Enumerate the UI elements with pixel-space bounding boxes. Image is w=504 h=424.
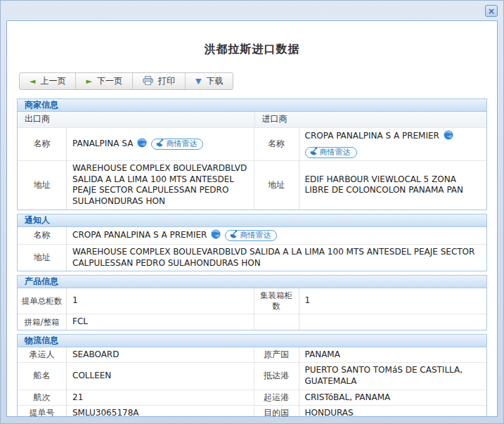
notify-address-label: 地址 [18,245,67,271]
notify-name-label: 名称 [18,227,67,245]
dialog-titlebar: × [1,1,503,20]
row-value: FCL [67,314,254,330]
business-radar-badge[interactable]: 商情雷达 [151,139,203,150]
arrow-right-icon: ► [86,77,91,85]
row-label [254,314,299,330]
section-logistics-info: 物流信息 承运人 SEABOARD 原产国 PANAMA 船名 COLLEEN … [17,334,487,417]
business-radar-badge[interactable]: 商情雷达 [225,230,277,241]
globe-icon[interactable] [211,229,221,243]
printer-icon [143,76,153,87]
row-label: 提单号 [18,406,67,417]
print-label: 打印 [158,75,175,87]
business-radar-badge[interactable]: 商情雷达 [305,147,357,158]
arrow-left-icon: ◄ [30,77,35,85]
arrow-down-icon: ▼ [195,77,201,85]
table-row: 地址 WAREHOUSE COMPLEX BOULEVARDBLVD SALID… [18,161,486,209]
importer-name: CROPA PANALPINA S A PREMIER [305,131,439,142]
importer-header: 进口商 [254,112,487,128]
row-label: 航次 [18,390,67,406]
prev-page-label: 上一页 [40,75,65,87]
exporter-header: 出口商 [18,112,254,128]
section-title: 通知人 [18,214,486,227]
badge-label: 商情雷达 [240,231,271,240]
next-page-label: 下一页 [97,75,122,87]
notify-address: WAREHOUSE COMPLEX BOULEVARDBLVD SALIDA A… [67,245,486,271]
import-data-dialog: × 洪都拉斯进口数据 ◄ 上一页 ► 下一页 [0,0,504,424]
row-label: 集装箱柜数 [254,288,299,314]
globe-icon[interactable] [444,130,453,143]
globe-icon[interactable] [137,138,147,151]
close-icon[interactable]: × [485,5,498,17]
row-label: 原产国 [254,347,299,364]
row-value: SMLU3065178A [67,406,254,417]
row-value: HONDURAS [299,406,487,417]
table-row: 船名 COLLEEN 抵达港 PUERTO SANTO TOMáS DE CAS… [18,363,486,390]
row-value [299,314,487,330]
section-product-info: 产品信息 提单总柜数 1 集装箱柜数 1 拼箱/整箱 FCL [17,275,487,330]
page-title: 洪都拉斯进口数据 [7,42,497,57]
pager-toolbar: ◄ 上一页 ► 下一页 打印 ▼ 下 [19,72,233,90]
notify-name-cell: CROPA PANALPINA S A PREMIER 商情雷达 [67,227,486,245]
row-value: SEABOARD [67,347,254,364]
radar-icon [155,139,164,150]
importer-name-cell: CROPA PANALPINA S A PREMIER 商情雷达 [299,128,487,162]
row-value: PUERTO SANTO TOMáS DE CASTILLA, GUATEMAL… [299,363,487,390]
download-button[interactable]: ▼ 下载 [186,73,233,89]
row-label: 拼箱/整箱 [18,314,67,330]
detail-sections: 商家信息 出口商 进口商 名称 PANALPINA SA [17,98,487,417]
notify-name: CROPA PANALPINA S A PREMIER [72,230,207,241]
row-label: 目的国 [254,406,299,417]
importer-name-label: 名称 [254,128,299,162]
radar-icon [309,147,318,158]
row-value: 21 [67,390,254,406]
section-title: 物流信息 [18,335,486,347]
row-value: 1 [299,288,487,314]
table-row: 提单号 SMLU3065178A 目的国 HONDURAS [18,406,486,417]
exporter-name-cell: PANALPINA SA 商情雷达 [67,128,254,162]
section-notify-party: 通知人 名称 CROPA PANALPINA S A PREMIER 商情雷达 [17,214,487,272]
row-label: 船名 [18,363,67,390]
row-label: 抵达港 [254,363,299,390]
dialog-content: 洪都拉斯进口数据 ◄ 上一页 ► 下一页 打印 [6,20,498,417]
next-page-button[interactable]: ► 下一页 [76,73,132,89]
exporter-name: PANALPINA SA [72,139,133,150]
section-title: 产品信息 [18,276,486,288]
importer-address: EDIF HARBOUR VIEWLOCAL 5 ZONA LIBRE DE C… [299,161,487,209]
badge-label: 商情雷达 [166,139,197,149]
table-row: 拼箱/整箱 FCL [18,314,486,330]
section-title: 商家信息 [18,99,486,112]
print-button[interactable]: 打印 [133,73,186,89]
exporter-address-label: 地址 [18,161,67,209]
table-row: 航次 21 起运港 CRISTóBAL, PANAMA [18,390,486,406]
importer-address-label: 地址 [254,161,299,209]
table-row: 出口商 进口商 [18,112,486,128]
badge-label: 商情雷达 [320,148,351,158]
row-label: 起运港 [254,390,299,406]
exporter-name-label: 名称 [18,128,67,162]
row-value: PANAMA [299,347,487,364]
radar-icon [229,230,238,241]
row-value: 1 [67,288,254,314]
table-row: 名称 PANALPINA SA 商情雷达 名称 [18,128,486,162]
prev-page-button[interactable]: ◄ 上一页 [20,73,76,89]
download-label: 下载 [206,75,223,87]
row-label: 提单总柜数 [18,288,67,314]
table-row: 提单总柜数 1 集装箱柜数 1 [18,288,486,314]
table-row: 承运人 SEABOARD 原产国 PANAMA [18,347,486,364]
row-value: CRISTóBAL, PANAMA [299,390,487,406]
row-label: 承运人 [18,347,67,364]
section-merchant-info: 商家信息 出口商 进口商 名称 PANALPINA SA [17,98,487,210]
exporter-address: WAREHOUSE COMPLEX BOULEVARDBLVD SALIDA A… [67,161,254,209]
table-row: 名称 CROPA PANALPINA S A PREMIER 商情雷达 [18,227,486,245]
row-value: COLLEEN [67,363,254,390]
table-row: 地址 WAREHOUSE COMPLEX BOULEVARDBLVD SALID… [18,245,486,271]
